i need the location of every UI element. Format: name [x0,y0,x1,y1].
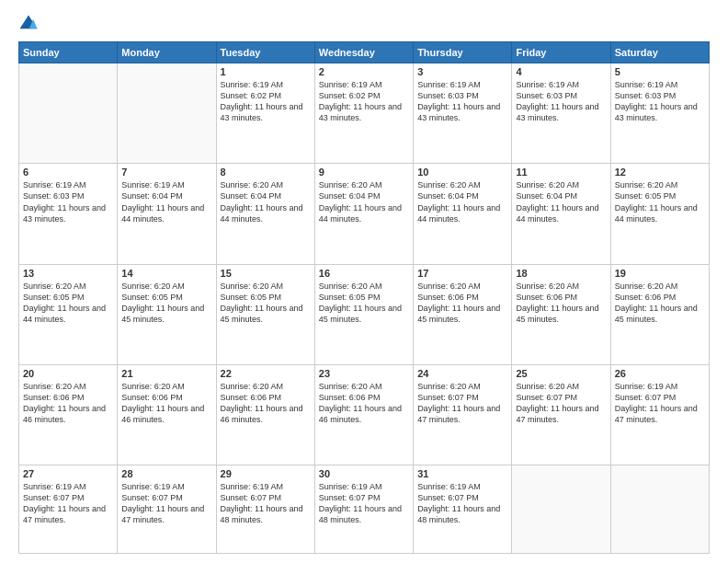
calendar-table: SundayMondayTuesdayWednesdayThursdayFrid… [18,41,710,554]
calendar-cell: 21Sunrise: 6:20 AM Sunset: 6:06 PM Dayli… [118,364,216,465]
calendar-cell: 29Sunrise: 6:19 AM Sunset: 6:07 PM Dayli… [216,465,314,554]
calendar-header-monday: Monday [118,42,216,63]
day-number: 17 [417,268,507,279]
day-number: 19 [615,268,705,279]
calendar-cell: 24Sunrise: 6:20 AM Sunset: 6:07 PM Dayli… [414,364,512,465]
calendar-cell: 2Sunrise: 6:19 AM Sunset: 6:02 PM Daylig… [314,63,413,164]
day-info: Sunrise: 6:20 AM Sunset: 6:06 PM Dayligh… [319,381,409,426]
header [18,14,710,34]
day-info: Sunrise: 6:19 AM Sunset: 6:02 PM Dayligh… [221,79,311,124]
calendar-cell: 22Sunrise: 6:20 AM Sunset: 6:06 PM Dayli… [216,364,314,465]
calendar-cell: 10Sunrise: 6:20 AM Sunset: 6:04 PM Dayli… [414,164,512,264]
day-number: 9 [319,167,409,178]
calendar-cell: 8Sunrise: 6:20 AM Sunset: 6:04 PM Daylig… [216,164,314,264]
day-info: Sunrise: 6:20 AM Sunset: 6:05 PM Dayligh… [319,281,409,326]
day-number: 15 [221,268,311,279]
calendar-week-2: 6Sunrise: 6:19 AM Sunset: 6:03 PM Daylig… [19,164,710,264]
day-number: 25 [516,368,606,379]
day-info: Sunrise: 6:19 AM Sunset: 6:07 PM Dayligh… [615,381,705,426]
logo [18,14,42,34]
day-number: 5 [615,66,705,77]
calendar-cell: 28Sunrise: 6:19 AM Sunset: 6:07 PM Dayli… [118,465,216,554]
calendar-cell: 7Sunrise: 6:19 AM Sunset: 6:04 PM Daylig… [118,164,216,264]
calendar-cell: 1Sunrise: 6:19 AM Sunset: 6:02 PM Daylig… [216,63,314,164]
day-info: Sunrise: 6:20 AM Sunset: 6:06 PM Dayligh… [417,281,507,326]
day-number: 28 [121,468,211,479]
calendar-cell: 14Sunrise: 6:20 AM Sunset: 6:05 PM Dayli… [118,264,216,364]
day-info: Sunrise: 6:19 AM Sunset: 6:07 PM Dayligh… [221,481,311,526]
calendar-cell: 5Sunrise: 6:19 AM Sunset: 6:03 PM Daylig… [610,63,709,164]
calendar-cell: 4Sunrise: 6:19 AM Sunset: 6:03 PM Daylig… [512,63,610,164]
day-number: 10 [417,167,507,178]
calendar-week-4: 20Sunrise: 6:20 AM Sunset: 6:06 PM Dayli… [19,364,710,465]
day-info: Sunrise: 6:20 AM Sunset: 6:04 PM Dayligh… [417,179,507,224]
day-number: 27 [23,468,113,479]
day-info: Sunrise: 6:19 AM Sunset: 6:03 PM Dayligh… [417,79,507,124]
day-number: 6 [23,167,113,178]
day-number: 2 [319,66,409,77]
day-info: Sunrise: 6:20 AM Sunset: 6:06 PM Dayligh… [23,381,113,426]
calendar-cell [610,465,709,554]
day-number: 14 [121,268,211,279]
calendar-cell: 17Sunrise: 6:20 AM Sunset: 6:06 PM Dayli… [414,264,512,364]
calendar-header-saturday: Saturday [610,42,709,63]
day-number: 31 [417,468,507,479]
calendar-cell: 30Sunrise: 6:19 AM Sunset: 6:07 PM Dayli… [314,465,413,554]
day-info: Sunrise: 6:20 AM Sunset: 6:04 PM Dayligh… [319,179,409,224]
day-info: Sunrise: 6:19 AM Sunset: 6:04 PM Dayligh… [121,179,211,224]
day-info: Sunrise: 6:19 AM Sunset: 6:03 PM Dayligh… [615,79,705,124]
day-number: 12 [615,167,705,178]
day-info: Sunrise: 6:19 AM Sunset: 6:03 PM Dayligh… [23,179,113,224]
calendar-cell: 27Sunrise: 6:19 AM Sunset: 6:07 PM Dayli… [19,465,118,554]
calendar-cell: 20Sunrise: 6:20 AM Sunset: 6:06 PM Dayli… [19,364,118,465]
day-info: Sunrise: 6:19 AM Sunset: 6:07 PM Dayligh… [417,481,507,526]
day-number: 13 [23,268,113,279]
day-info: Sunrise: 6:19 AM Sunset: 6:07 PM Dayligh… [121,481,211,526]
calendar-cell: 31Sunrise: 6:19 AM Sunset: 6:07 PM Dayli… [414,465,512,554]
day-number: 7 [121,167,211,178]
calendar-cell: 9Sunrise: 6:20 AM Sunset: 6:04 PM Daylig… [314,164,413,264]
calendar-header-tuesday: Tuesday [216,42,314,63]
day-info: Sunrise: 6:20 AM Sunset: 6:05 PM Dayligh… [121,281,211,326]
day-number: 30 [319,468,409,479]
calendar-cell: 15Sunrise: 6:20 AM Sunset: 6:05 PM Dayli… [216,264,314,364]
day-info: Sunrise: 6:20 AM Sunset: 6:06 PM Dayligh… [615,281,705,326]
day-number: 3 [417,66,507,77]
calendar-header-friday: Friday [512,42,610,63]
calendar-cell: 11Sunrise: 6:20 AM Sunset: 6:04 PM Dayli… [512,164,610,264]
logo-icon [18,14,39,34]
calendar-cell: 3Sunrise: 6:19 AM Sunset: 6:03 PM Daylig… [414,63,512,164]
day-info: Sunrise: 6:20 AM Sunset: 6:07 PM Dayligh… [417,381,507,426]
day-info: Sunrise: 6:20 AM Sunset: 6:04 PM Dayligh… [221,179,311,224]
day-info: Sunrise: 6:20 AM Sunset: 6:05 PM Dayligh… [23,281,113,326]
day-number: 22 [221,368,311,379]
day-number: 8 [221,167,311,178]
day-number: 11 [516,167,606,178]
day-info: Sunrise: 6:20 AM Sunset: 6:07 PM Dayligh… [516,381,606,426]
day-info: Sunrise: 6:19 AM Sunset: 6:03 PM Dayligh… [516,79,606,124]
calendar-cell [118,63,216,164]
day-number: 4 [516,66,606,77]
day-number: 1 [221,66,311,77]
calendar-cell: 26Sunrise: 6:19 AM Sunset: 6:07 PM Dayli… [610,364,709,465]
day-number: 21 [121,368,211,379]
day-info: Sunrise: 6:19 AM Sunset: 6:07 PM Dayligh… [319,481,409,526]
calendar-header-thursday: Thursday [414,42,512,63]
day-number: 18 [516,268,606,279]
calendar-cell [19,63,118,164]
page: SundayMondayTuesdayWednesdayThursdayFrid… [0,0,728,563]
day-number: 16 [319,268,409,279]
day-info: Sunrise: 6:20 AM Sunset: 6:06 PM Dayligh… [221,381,311,426]
calendar-cell: 25Sunrise: 6:20 AM Sunset: 6:07 PM Dayli… [512,364,610,465]
calendar-week-5: 27Sunrise: 6:19 AM Sunset: 6:07 PM Dayli… [19,465,710,554]
calendar-header-row: SundayMondayTuesdayWednesdayThursdayFrid… [19,42,710,63]
calendar-cell: 18Sunrise: 6:20 AM Sunset: 6:06 PM Dayli… [512,264,610,364]
day-info: Sunrise: 6:19 AM Sunset: 6:07 PM Dayligh… [23,481,113,526]
calendar-cell: 23Sunrise: 6:20 AM Sunset: 6:06 PM Dayli… [314,364,413,465]
calendar-cell [512,465,610,554]
day-number: 20 [23,368,113,379]
calendar-header-sunday: Sunday [19,42,118,63]
day-info: Sunrise: 6:20 AM Sunset: 6:06 PM Dayligh… [121,381,211,426]
calendar-week-1: 1Sunrise: 6:19 AM Sunset: 6:02 PM Daylig… [19,63,710,164]
day-info: Sunrise: 6:20 AM Sunset: 6:05 PM Dayligh… [615,179,705,224]
